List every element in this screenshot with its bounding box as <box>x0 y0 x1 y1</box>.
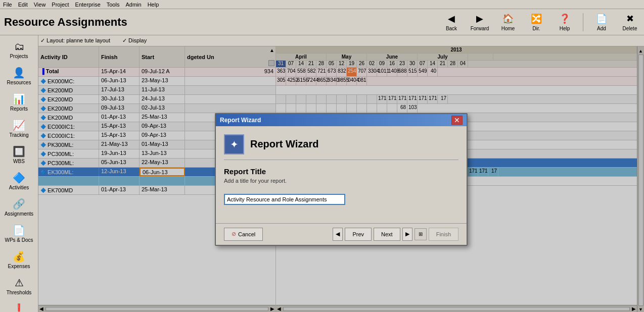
prev-button[interactable]: Prev <box>345 228 372 241</box>
menu-help[interactable]: Help <box>148 2 159 8</box>
sidebar-item-assignments[interactable]: 🔗 Assignments <box>2 194 37 221</box>
report-wizard-modal: Report Wizard ✕ ✦ Report Wizard <box>215 113 468 246</box>
display-label[interactable]: ✓ Display <box>122 37 147 44</box>
section-desc: Add a title for your report. <box>224 178 458 184</box>
modal-titlebar: Report Wizard ✕ <box>216 114 467 126</box>
menu-enterprise[interactable]: Enterprise <box>75 2 101 8</box>
dir-label: Dir. <box>533 26 540 31</box>
sidebar-item-resources[interactable]: 👤 Resources <box>2 63 37 89</box>
sidebar-item-activities[interactable]: 🔷 Activities <box>2 168 37 194</box>
sidebar-label-projects: Projects <box>10 54 28 60</box>
menu-tools[interactable]: Tools <box>107 2 120 8</box>
forward-button[interactable]: ▶ Forward <box>470 13 490 31</box>
sidebar-label-wbs: WBS <box>13 159 25 165</box>
back-label: Back <box>446 26 457 31</box>
modal-nav-buttons: ◀ Prev Next ▶ ⊞ Finish <box>333 228 458 241</box>
main-layout: 🗂 Projects 👤 Resources 📊 Reports 📈 Track… <box>0 35 644 312</box>
sidebar-label-expenses: Expenses <box>8 264 30 270</box>
sidebar-label-resources: Resources <box>7 80 31 86</box>
prev-nav-button[interactable]: ◀ <box>333 228 343 241</box>
sidebar-label-tracking: Tracking <box>10 132 29 138</box>
toolbar-buttons: ◀ Back ▶ Forward 🏠 Home 🔀 Dir. ❓ Help 📄 … <box>441 13 640 31</box>
sidebar-label-assignments: Assignments <box>5 211 33 217</box>
delete-label: Delete <box>623 26 637 31</box>
content-area: ✓ Layout: planne tute layout ✓ Display A… <box>38 35 644 312</box>
wizard-title: Report Wizard <box>250 138 318 150</box>
page-title: Resource Assignments <box>4 16 437 29</box>
sidebar-item-projects[interactable]: 🗂 Projects <box>2 37 37 63</box>
help-icon: ❓ <box>559 13 571 25</box>
home-label: Home <box>501 26 515 31</box>
sidebar-label-wps-docs: WPs & Docs <box>5 237 33 243</box>
tracking-icon: 📈 <box>13 119 25 131</box>
add-label: Add <box>597 26 606 31</box>
thresholds-icon: ⚠ <box>15 277 24 289</box>
resources-icon: 👤 <box>13 67 25 79</box>
report-title-input[interactable] <box>224 194 345 205</box>
menu-admin[interactable]: Admin <box>125 2 141 8</box>
sidebar-item-tracking[interactable]: 📈 Tracking <box>2 116 37 142</box>
cancel-button[interactable]: ⊘ Cancel <box>224 228 263 241</box>
dir-button[interactable]: 🔀 Dir. <box>526 13 546 31</box>
menu-project[interactable]: Project <box>52 2 69 8</box>
next-nav-button[interactable]: ▶ <box>402 228 412 241</box>
wbs-icon: 🔲 <box>13 145 25 158</box>
grid-icon: ⊞ <box>415 228 427 240</box>
expenses-icon: 💰 <box>13 250 25 263</box>
next-button[interactable]: Next <box>374 228 400 241</box>
add-button[interactable]: 📄 Add <box>591 13 612 31</box>
sidebar-item-expenses[interactable]: 💰 Expenses <box>2 247 37 273</box>
modal-header-area: ✦ Report Wizard <box>224 134 458 160</box>
menu-file[interactable]: File <box>3 2 12 8</box>
sidebar-item-reports[interactable]: 📊 Reports <box>2 89 37 116</box>
add-icon: 📄 <box>595 13 608 25</box>
modal-overlay: Report Wizard ✕ ✦ Report Wizard <box>38 46 644 312</box>
modal-body: ✦ Report Wizard Report Title Add a title… <box>216 126 467 223</box>
menu-view[interactable]: View <box>34 2 46 8</box>
menubar: File Edit View Project Enterprise Tools … <box>0 0 644 9</box>
projects-icon: 🗂 <box>14 41 24 53</box>
home-icon: 🏠 <box>502 13 514 25</box>
sidebar-label-reports: Reports <box>10 106 28 112</box>
wps-docs-icon: 📄 <box>13 224 25 236</box>
sidebar-item-wbs[interactable]: 🔲 WBS <box>2 142 37 168</box>
sidebar-label-activities: Activities <box>9 185 29 191</box>
modal-footer: ⊘ Cancel ◀ Prev Next ▶ ⊞ <box>216 223 467 245</box>
delete-icon: ✖ <box>624 13 636 25</box>
finish-button: Finish <box>429 228 458 241</box>
back-button[interactable]: ◀ Back <box>441 13 462 31</box>
delete-button[interactable]: ✖ Delete <box>620 13 640 31</box>
forward-label: Forward <box>471 26 489 31</box>
sidebar-item-thresholds[interactable]: ⚠ Thresholds <box>2 273 37 299</box>
toolbar: Resource Assignments ◀ Back ▶ Forward 🏠 … <box>0 9 644 35</box>
sidebar-item-issues[interactable]: ❗ Issues <box>2 299 37 312</box>
activities-icon: 🔷 <box>13 172 25 184</box>
forward-icon: ▶ <box>474 13 486 25</box>
section-title: Report Title <box>224 167 458 176</box>
home-button[interactable]: 🏠 Home <box>498 13 518 31</box>
sheet-toolbar: ✓ Layout: planne tute layout ✓ Display <box>38 35 644 46</box>
help-label: Help <box>560 26 570 31</box>
dir-icon: 🔀 <box>530 13 542 25</box>
toolbar-separator <box>583 13 583 31</box>
menu-edit[interactable]: Edit <box>18 2 28 8</box>
modal-close-button[interactable]: ✕ <box>451 116 463 125</box>
cancel-icon: ⊘ <box>232 231 236 237</box>
wand-icon: ✦ <box>230 138 239 150</box>
sidebar-item-wps-docs[interactable]: 📄 WPs & Docs <box>2 221 37 247</box>
assignments-icon: 🔗 <box>13 198 25 210</box>
sidebar: 🗂 Projects 👤 Resources 📊 Reports 📈 Track… <box>0 35 38 312</box>
input-area <box>224 194 458 205</box>
modal-title: Report Wizard <box>220 117 261 124</box>
help-button[interactable]: ❓ Help <box>555 13 575 31</box>
wizard-icon: ✦ <box>224 134 244 154</box>
reports-icon: 📊 <box>13 93 25 105</box>
layout-label[interactable]: ✓ Layout: planne tute layout <box>40 37 110 44</box>
issues-icon: ❗ <box>13 303 25 312</box>
back-icon: ◀ <box>445 13 457 25</box>
sidebar-label-thresholds: Thresholds <box>7 290 31 296</box>
